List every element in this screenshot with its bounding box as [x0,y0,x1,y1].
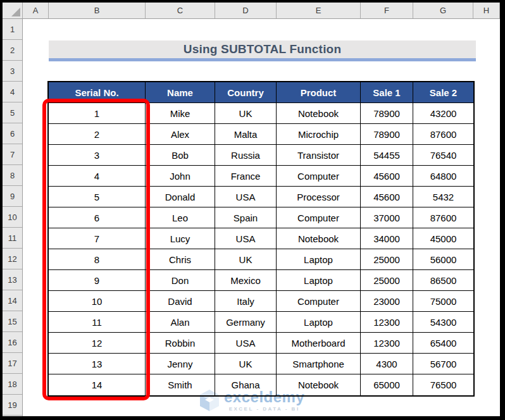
column-header-H[interactable]: H [473,3,500,18]
column-header-G[interactable]: G [413,3,473,18]
cell-row1-name[interactable]: Mike [146,103,215,124]
cell-row1-serial-no[interactable]: 1 [49,103,146,124]
cell-row9-serial-no[interactable]: 9 [49,270,146,291]
cell-row11-name[interactable]: Alan [146,312,215,333]
cell-row14-country[interactable]: Ghana [215,374,277,395]
cell-row3-country[interactable]: Russia [215,145,277,166]
cell-row10-product[interactable]: Computer [277,291,361,312]
cell-row4-sale-2[interactable]: 64800 [413,166,473,187]
cell-row3-sale-1[interactable]: 54455 [361,145,413,166]
row-header-12[interactable]: 12 [3,249,22,269]
row-header-9[interactable]: 9 [3,186,22,207]
cell-row13-serial-no[interactable]: 13 [49,354,146,374]
cell-row1-product[interactable]: Notebook [277,103,361,124]
cell-row11-sale-1[interactable]: 12300 [361,312,413,333]
cell-row7-serial-no[interactable]: 7 [49,228,146,249]
cell-row12-sale-1[interactable]: 12300 [361,333,413,354]
row-header-11[interactable]: 11 [3,228,22,249]
cell-row3-name[interactable]: Bob [146,145,215,166]
cell-row6-serial-no[interactable]: 6 [49,207,146,228]
cell-row5-sale-2[interactable]: 5432 [413,187,473,207]
cell-row14-serial-no[interactable]: 14 [49,374,146,395]
row-header-2[interactable]: 2 [3,40,22,61]
cell-row5-serial-no[interactable]: 5 [49,187,146,207]
table-header-product[interactable]: Product [277,82,361,103]
cell-row5-country[interactable]: USA [215,187,277,207]
row-header-1[interactable]: 1 [3,19,22,40]
cell-row12-sale-2[interactable]: 65400 [413,333,473,354]
cell-row14-name[interactable]: Smith [146,374,215,395]
cell-row11-serial-no[interactable]: 11 [49,312,146,333]
cell-row2-product[interactable]: Microchip [277,124,361,145]
cell-row9-country[interactable]: Mexico [215,270,277,291]
cell-row7-sale-2[interactable]: 45000 [413,228,473,249]
cell-row1-sale-2[interactable]: 43200 [413,103,473,124]
cell-row9-sale-1[interactable]: 25000 [361,270,413,291]
cell-row7-product[interactable]: Notebook [277,228,361,249]
cell-row13-product[interactable]: Smartphone [277,354,361,374]
row-header-8[interactable]: 8 [3,165,22,186]
cell-row4-serial-no[interactable]: 4 [49,166,146,187]
table-header-sale-1[interactable]: Sale 1 [361,82,413,103]
cell-row11-product[interactable]: Laptop [277,312,361,333]
cell-row14-sale-1[interactable]: 65000 [361,374,413,395]
cell-row13-sale-2[interactable]: 56700 [413,354,473,374]
cell-row10-sale-2[interactable]: 75000 [413,291,473,312]
cell-row4-sale-1[interactable]: 45600 [361,166,413,187]
cell-row7-name[interactable]: Lucy [146,228,215,249]
cell-row9-sale-2[interactable]: 86500 [413,270,473,291]
cell-row6-product[interactable]: Computer [277,207,361,228]
cell-row3-serial-no[interactable]: 3 [49,145,146,166]
cell-row10-serial-no[interactable]: 10 [49,291,146,312]
title-banner[interactable]: Using SUBTOTAL Function [49,40,476,61]
column-header-E[interactable]: E [277,3,361,18]
cell-row6-country[interactable]: Spain [215,207,277,228]
cell-row7-sale-1[interactable]: 34000 [361,228,413,249]
row-header-4[interactable]: 4 [3,82,22,102]
row-header-3[interactable]: 3 [3,61,22,82]
cell-row3-sale-2[interactable]: 76540 [413,145,473,166]
cell-row12-name[interactable]: Robbin [146,333,215,354]
cell-row12-product[interactable]: Motherboard [277,333,361,354]
cell-row14-product[interactable]: Notebook [277,374,361,395]
table-header-serial-no[interactable]: Serial No. [49,82,146,103]
cell-row14-sale-2[interactable]: 76500 [413,374,473,395]
cell-row12-country[interactable]: USA [215,333,277,354]
cell-row11-country[interactable]: Germany [215,312,277,333]
cell-row5-sale-1[interactable]: 45600 [361,187,413,207]
cell-row8-serial-no[interactable]: 8 [49,249,146,270]
cell-row4-country[interactable]: France [215,166,277,187]
cell-row13-country[interactable]: UK [215,354,277,374]
cell-row8-name[interactable]: Chris [146,249,215,270]
cell-row1-country[interactable]: UK [215,103,277,124]
row-header-6[interactable]: 6 [3,123,22,144]
cell-row2-sale-2[interactable]: 87600 [413,124,473,145]
column-header-A[interactable]: A [23,3,49,18]
cell-row6-name[interactable]: Leo [146,207,215,228]
row-header-14[interactable]: 14 [3,290,22,311]
cell-row10-name[interactable]: David [146,291,215,312]
cell-row2-sale-1[interactable]: 78900 [361,124,413,145]
cell-row10-country[interactable]: Italy [215,291,277,312]
cell-row13-name[interactable]: Jenny [146,354,215,374]
row-header-13[interactable]: 13 [3,269,22,290]
cell-row2-name[interactable]: Alex [146,124,215,145]
cell-row9-name[interactable]: Don [146,270,215,291]
column-header-D[interactable]: D [215,3,277,18]
row-header-7[interactable]: 7 [3,144,22,165]
cell-row3-product[interactable]: Transistor [277,145,361,166]
table-header-sale-2[interactable]: Sale 2 [413,82,473,103]
cell-row9-product[interactable]: Laptop [277,270,361,291]
cell-row10-sale-1[interactable]: 23000 [361,291,413,312]
cell-row1-sale-1[interactable]: 78900 [361,103,413,124]
cell-row5-product[interactable]: Processor [277,187,361,207]
row-header-5[interactable]: 5 [3,102,22,123]
cell-row7-country[interactable]: USA [215,228,277,249]
table-header-country[interactable]: Country [215,82,277,103]
column-header-B[interactable]: B [49,3,146,18]
cell-row5-name[interactable]: Donald [146,187,215,207]
cell-row13-sale-1[interactable]: 4300 [361,354,413,374]
cell-row8-sale-2[interactable]: 56000 [413,249,473,270]
row-header-18[interactable]: 18 [3,374,22,395]
select-all-corner[interactable] [3,3,23,18]
